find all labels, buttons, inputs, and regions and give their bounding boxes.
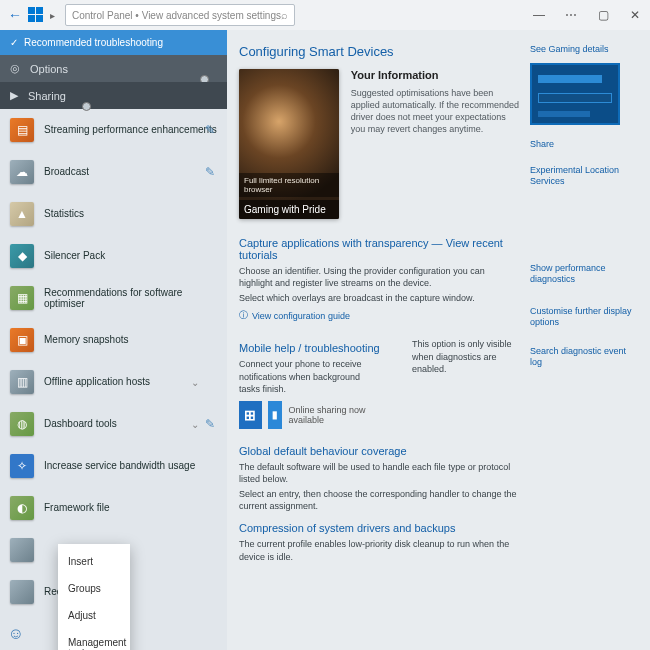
sidebar-item[interactable]: ✧Increase service bandwidth usage — [0, 445, 227, 487]
section-body: The default software will be used to han… — [239, 461, 520, 485]
hero-title: Gaming with Pride — [239, 200, 339, 219]
pin-icon[interactable]: ✎ — [205, 165, 215, 179]
sidebar-tile-icon: ◆ — [10, 244, 34, 268]
sidebar-tile-icon: ▣ — [10, 328, 34, 352]
context-menu-item[interactable]: Groups — [58, 575, 130, 602]
related-link[interactable]: Search diagnostic event log — [530, 346, 638, 369]
sidebar: ✓ Recommended troubleshooting ◎ Options … — [0, 30, 227, 650]
right-column: See Gaming details Share Experimental Lo… — [530, 44, 638, 650]
sidebar-tile-icon: ▦ — [10, 286, 34, 310]
section-body: Select which overlays are broadcast in t… — [239, 292, 520, 304]
section-body: Select an entry, then choose the corresp… — [239, 488, 520, 512]
pin-icon[interactable]: ✎ — [205, 123, 215, 137]
intro-body: Suggested optimisations have been applie… — [351, 87, 520, 136]
section-body: Choose an identifier. Using the provider… — [239, 265, 520, 289]
sidebar-item[interactable]: ▲Statistics — [0, 193, 227, 235]
sidebar-tile-icon: ◐ — [10, 496, 34, 520]
section-heading: Compression of system drivers and backup… — [239, 522, 520, 534]
windows-logo-icon — [28, 7, 44, 23]
sidebar-dark-group: ◎ Options ▶ Sharing — [0, 55, 227, 109]
sidebar-item-label: Streaming performance enhancements — [44, 124, 217, 136]
search-placeholder: Control Panel • View advanced system set… — [72, 10, 281, 21]
sidebar-tile-icon — [10, 538, 34, 562]
sidebar-item-label: Options — [30, 63, 68, 75]
sidebar-item-label: Sharing — [28, 90, 66, 102]
sidebar-footer-icons: ☺ — [6, 624, 26, 644]
related-link[interactable]: See Gaming details — [530, 44, 638, 55]
context-menu-item[interactable]: Management tools — [58, 629, 130, 650]
sidebar-tile-icon — [10, 580, 34, 604]
breadcrumb-chevron-icon: ▸ — [50, 10, 55, 21]
sidebar-item-label: Framework file — [44, 502, 217, 514]
sidebar-tile-icon: ▲ — [10, 202, 34, 226]
search-input[interactable]: Control Panel • View advanced system set… — [65, 4, 295, 26]
section-aside: This option is only visible when diagnos… — [412, 338, 520, 374]
sidebar-item-label: Increase service bandwidth usage — [44, 460, 217, 472]
sidebar-item[interactable]: ▤Streaming performance enhancements✎ — [0, 109, 227, 151]
context-menu: Insert Groups Adjust Management tools — [58, 544, 130, 650]
app-tile-small[interactable]: ▮ — [268, 401, 283, 429]
maximize-button[interactable]: ▢ — [596, 8, 610, 22]
tile-caption: Online sharing now available — [288, 405, 382, 425]
sidebar-tile-icon: ◍ — [10, 412, 34, 436]
check-icon: ✓ — [10, 37, 18, 48]
sharing-icon: ▶ — [10, 89, 18, 102]
close-button[interactable]: ✕ — [628, 8, 642, 22]
sidebar-header-label: Recommended troubleshooting — [24, 37, 163, 48]
sidebar-item-options[interactable]: ◎ Options — [0, 55, 227, 82]
context-menu-item[interactable]: Insert — [58, 548, 130, 575]
section-body: Connect your phone to receive notificati… — [239, 358, 382, 394]
hero-subtitle: Full limited resolution browser — [239, 173, 339, 197]
sidebar-item-label: Broadcast — [44, 166, 217, 178]
chevron-down-icon: ⌄ — [191, 419, 199, 430]
section-body: The current profile enables low-priority… — [239, 538, 520, 562]
app-tile[interactable]: ⊞ — [239, 401, 262, 429]
search-icon[interactable]: ⌕ — [281, 9, 288, 21]
preview-thumbnail[interactable] — [530, 63, 620, 125]
section-heading: Mobile help / troubleshooting — [239, 342, 382, 354]
intro-heading: Your Information — [351, 69, 520, 81]
minimize-button[interactable]: — — [532, 8, 546, 22]
hero-thumbnail[interactable]: Full limited resolution browser Gaming w… — [239, 69, 339, 219]
related-link[interactable]: Share — [530, 139, 638, 150]
window-controls: — ⋯ ▢ ✕ — [532, 8, 642, 22]
page-title: Configuring Smart Devices — [239, 44, 520, 59]
sidebar-tile-icon: ▥ — [10, 370, 34, 394]
sidebar-item[interactable]: ▥Offline application hosts⌄ — [0, 361, 227, 403]
info-icon: ⓘ — [239, 309, 248, 322]
options-icon: ◎ — [10, 62, 20, 75]
sidebar-item-label: Silencer Pack — [44, 250, 217, 262]
sidebar-item[interactable]: ◐Framework file — [0, 487, 227, 529]
sidebar-item[interactable]: ◍Dashboard tools⌄✎ — [0, 403, 227, 445]
sidebar-item-label: Memory snapshots — [44, 334, 217, 346]
more-button[interactable]: ⋯ — [564, 8, 578, 22]
sidebar-item[interactable]: ☁Broadcast✎ — [0, 151, 227, 193]
sidebar-item[interactable]: ▣Memory snapshots — [0, 319, 227, 361]
back-icon[interactable]: ← — [8, 7, 22, 23]
title-bar: ← ▸ Control Panel • View advanced system… — [0, 0, 650, 30]
intro-block: Your Information Suggested optimisations… — [351, 69, 520, 219]
accessibility-icon[interactable]: ☺ — [6, 624, 26, 644]
sidebar-item-label: Recommendations for software optimiser — [44, 287, 217, 310]
related-link[interactable]: Experimental Location Services — [530, 165, 638, 188]
sidebar-item-sharing[interactable]: ▶ Sharing — [0, 82, 227, 109]
section-heading: Global default behaviour coverage — [239, 445, 520, 457]
related-link[interactable]: Customise further display options — [530, 306, 638, 329]
related-link[interactable]: Show performance diagnostics — [530, 263, 638, 286]
sidebar-item[interactable]: ◆Silencer Pack — [0, 235, 227, 277]
sidebar-item-label: Statistics — [44, 208, 217, 220]
section-heading: Capture applications with transparency —… — [239, 237, 520, 261]
context-menu-item[interactable]: Adjust — [58, 602, 130, 629]
sidebar-tile-icon: ✧ — [10, 454, 34, 478]
sidebar-header[interactable]: ✓ Recommended troubleshooting — [0, 30, 227, 55]
chevron-down-icon: ⌄ — [191, 377, 199, 388]
sidebar-tile-icon: ▤ — [10, 118, 34, 142]
main-content: Configuring Smart Devices Full limited r… — [227, 30, 650, 650]
config-guide-link[interactable]: ⓘView configuration guide — [239, 309, 350, 322]
sidebar-tile-icon: ☁ — [10, 160, 34, 184]
sidebar-item[interactable]: ▦Recommendations for software optimiser — [0, 277, 227, 319]
pin-icon[interactable]: ✎ — [205, 417, 215, 431]
